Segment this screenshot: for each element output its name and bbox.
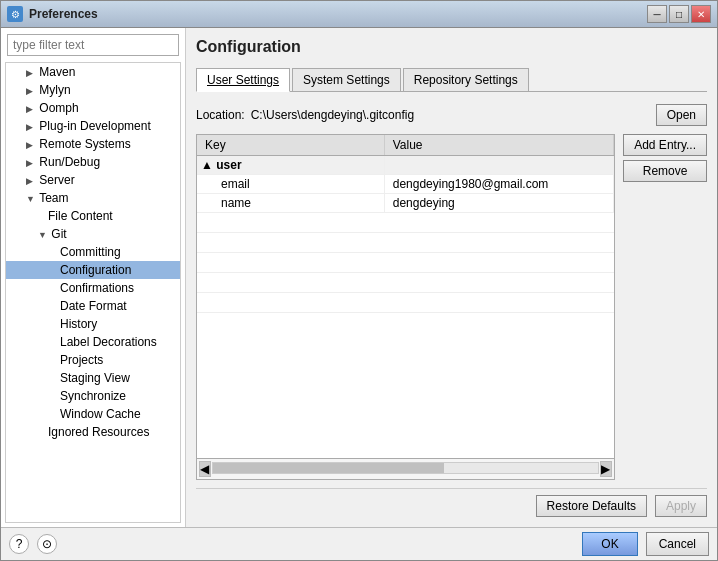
sidebar-item-history[interactable]: History: [6, 315, 180, 333]
bottom-buttons: Restore Defaults Apply: [196, 488, 707, 517]
sidebar-item-window-cache[interactable]: Window Cache: [6, 405, 180, 423]
tab-system-settings[interactable]: System Settings: [292, 68, 401, 91]
restore-defaults-button[interactable]: Restore Defaults: [536, 495, 647, 517]
scroll-left-btn[interactable]: ◀: [199, 461, 211, 477]
cell-key-email: email: [197, 175, 385, 193]
scroll-thumb: [213, 463, 444, 473]
table-row[interactable]: name dengdeying: [197, 194, 614, 213]
sidebar-item-committing[interactable]: Committing: [6, 243, 180, 261]
remove-button[interactable]: Remove: [623, 160, 707, 182]
group-label: ▲ user: [197, 156, 385, 174]
cell-value-name: dengdeying: [385, 194, 614, 212]
tree-area: ▶ Maven ▶ Mylyn ▶ Oomph ▶ Plug-in Develo…: [5, 62, 181, 523]
group-value: [385, 156, 614, 174]
tab-repository-settings[interactable]: Repository Settings: [403, 68, 529, 91]
window-controls: ─ □ ✕: [647, 5, 711, 23]
window-icon: ⚙: [7, 6, 23, 22]
sidebar-item-server[interactable]: ▶ Server: [6, 171, 180, 189]
sidebar-item-confirmations[interactable]: Confirmations: [6, 279, 180, 297]
footer-bar: ? ⊙ OK Cancel: [1, 527, 717, 560]
window-title: Preferences: [29, 7, 641, 21]
apply-button[interactable]: Apply: [655, 495, 707, 517]
cell-key-name: name: [197, 194, 385, 212]
sidebar-item-plugin-dev[interactable]: ▶ Plug-in Development: [6, 117, 180, 135]
tabs-row: User Settings System Settings Repository…: [196, 68, 707, 92]
left-panel: ▶ Maven ▶ Mylyn ▶ Oomph ▶ Plug-in Develo…: [1, 28, 186, 527]
tab-user-settings[interactable]: User Settings: [196, 68, 290, 92]
cancel-button[interactable]: Cancel: [646, 532, 709, 556]
table-row[interactable]: email dengdeying1980@gmail.com: [197, 175, 614, 194]
scroll-right-btn[interactable]: ▶: [600, 461, 612, 477]
sidebar-item-maven[interactable]: ▶ Maven: [6, 63, 180, 81]
table-row-empty: [197, 273, 614, 293]
tree-scroll[interactable]: ▶ Maven ▶ Mylyn ▶ Oomph ▶ Plug-in Develo…: [6, 63, 180, 441]
table-body: ▲ user email dengdeying1980@gmail.com na…: [197, 156, 614, 458]
main-area: ▶ Maven ▶ Mylyn ▶ Oomph ▶ Plug-in Develo…: [1, 28, 717, 527]
sidebar-item-mylyn[interactable]: ▶ Mylyn: [6, 81, 180, 99]
config-table-container: Key Value ▲ user email dengdeying1980@gm…: [196, 134, 615, 480]
table-row: ▲ user: [197, 156, 614, 175]
maximize-button[interactable]: □: [669, 5, 689, 23]
sidebar-item-configuration[interactable]: Configuration: [6, 261, 180, 279]
config-area: Key Value ▲ user email dengdeying1980@gm…: [196, 134, 707, 480]
cell-value-email: dengdeying1980@gmail.com: [385, 175, 614, 193]
sidebar-item-git[interactable]: ▼ Git: [6, 225, 180, 243]
sidebar-item-staging-view[interactable]: Staging View: [6, 369, 180, 387]
sidebar-item-file-content[interactable]: File Content: [6, 207, 180, 225]
right-panel: Configuration User Settings System Setti…: [186, 28, 717, 527]
location-value: C:\Users\dengdeying\.gitconfig: [251, 108, 650, 122]
sidebar-item-projects[interactable]: Projects: [6, 351, 180, 369]
table-row-empty: [197, 213, 614, 233]
table-row-empty: [197, 233, 614, 253]
search-input[interactable]: [7, 34, 179, 56]
minimize-button[interactable]: ─: [647, 5, 667, 23]
page-title: Configuration: [196, 38, 707, 56]
sidebar-item-label-decorations[interactable]: Label Decorations: [6, 333, 180, 351]
column-header-value: Value: [385, 135, 614, 155]
sidebar-item-date-format[interactable]: Date Format: [6, 297, 180, 315]
add-entry-button[interactable]: Add Entry...: [623, 134, 707, 156]
sidebar-item-remote-systems[interactable]: ▶ Remote Systems: [6, 135, 180, 153]
scroll-track[interactable]: [212, 462, 599, 474]
ok-button[interactable]: OK: [582, 532, 637, 556]
column-header-key: Key: [197, 135, 385, 155]
sidebar-item-synchronize[interactable]: Synchronize: [6, 387, 180, 405]
sidebar-item-oomph[interactable]: ▶ Oomph: [6, 99, 180, 117]
settings-icon[interactable]: ⊙: [37, 534, 57, 554]
table-row-empty: [197, 253, 614, 273]
preferences-window: ⚙ Preferences ─ □ ✕ ▶ Maven ▶ Mylyn ▶ Oo…: [0, 0, 718, 561]
close-button[interactable]: ✕: [691, 5, 711, 23]
help-icon[interactable]: ?: [9, 534, 29, 554]
title-bar: ⚙ Preferences ─ □ ✕: [1, 1, 717, 28]
sidebar-item-ignored-resources[interactable]: Ignored Resources: [6, 423, 180, 441]
sidebar-item-run-debug[interactable]: ▶ Run/Debug: [6, 153, 180, 171]
horizontal-scrollbar[interactable]: ◀ ▶: [197, 458, 614, 479]
sidebar-item-team[interactable]: ▼ Team: [6, 189, 180, 207]
location-row: Location: C:\Users\dengdeying\.gitconfig…: [196, 104, 707, 126]
open-button[interactable]: Open: [656, 104, 707, 126]
table-row-empty: [197, 293, 614, 313]
action-buttons: Add Entry... Remove: [623, 134, 707, 480]
location-label: Location:: [196, 108, 245, 122]
table-header: Key Value: [197, 135, 614, 156]
